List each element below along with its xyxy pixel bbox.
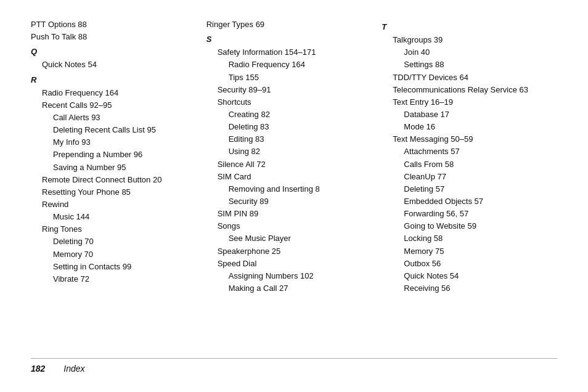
index-entry: Telecommunications Relay Service 63	[382, 84, 546, 96]
index-entry: Radio Frequency 164	[31, 87, 195, 99]
index-entry: Text Entry 16–19	[382, 96, 546, 108]
index-entry: Tips 155	[206, 71, 371, 84]
index-entry: Text Messaging 50–59	[382, 133, 546, 145]
index-entry: Making a Call 27	[206, 282, 371, 295]
index-entry: Deleting 70	[31, 235, 195, 248]
index-entry: Remote Direct Connect Button 20	[31, 174, 195, 186]
index-entry: See Music Player	[206, 232, 371, 245]
index-entry: Push To Talk 88	[31, 31, 195, 43]
index-entry: CleanUp 77	[382, 171, 546, 183]
index-entry: Editing 83	[206, 133, 371, 145]
index-entry: Ringer Types 69	[206, 18, 371, 31]
index-entry: Outbox 56	[382, 258, 546, 270]
index-entry: Security 89	[206, 195, 371, 208]
index-entry: Going to Website 59	[382, 220, 546, 232]
footer-label: Index	[63, 364, 84, 374]
index-entry: Quick Notes 54	[382, 270, 546, 282]
section-letter-t: T	[382, 21, 546, 33]
index-entry: Prepending a Number 96	[31, 149, 195, 161]
index-entry: Recent Calls 92–95	[31, 99, 195, 112]
index-entry: Resetting Your Phone 85	[31, 186, 195, 198]
index-entry: Using 82	[206, 145, 371, 158]
index-entry: Safety Information 154–171	[206, 46, 371, 59]
index-entry: SIM Card	[206, 171, 371, 183]
index-entry: Join 40	[382, 46, 546, 59]
index-entry: My Info 93	[31, 136, 195, 149]
page: PTT Options 88Push To Talk 88QQuick Note…	[0, 0, 588, 392]
col3: TTalkgroups 39Join 40Settings 88TDD/TTY …	[382, 18, 557, 352]
section-letter-s: S	[206, 33, 371, 46]
index-columns: PTT Options 88Push To Talk 88QQuick Note…	[31, 18, 557, 352]
index-entry: Deleting 57	[382, 183, 546, 195]
index-entry: Creating 82	[206, 108, 371, 121]
index-entry: Assigning Numbers 102	[206, 270, 371, 282]
index-entry: Calls From 58	[382, 158, 546, 171]
section-letter-r: R	[31, 74, 195, 86]
index-entry: Attachments 57	[382, 145, 546, 158]
index-entry: Receiving 56	[382, 282, 546, 295]
index-entry: TDD/TTY Devices 64	[382, 71, 546, 84]
index-entry: Memory 70	[31, 248, 195, 261]
index-entry: Security 89–91	[206, 84, 371, 96]
index-entry: Songs	[206, 220, 371, 232]
footer-page-number: 182	[31, 364, 45, 374]
index-entry: Saving a Number 95	[31, 161, 195, 174]
index-entry: Settings 88	[382, 59, 546, 71]
index-entry: Deleting 83	[206, 121, 371, 133]
index-entry: Speakerphone 25	[206, 245, 371, 258]
index-entry: Talkgroups 39	[382, 34, 546, 46]
index-entry: Embedded Objects 57	[382, 195, 546, 208]
index-entry: Removing and Inserting 8	[206, 183, 371, 195]
index-entry: Deleting Recent Calls List 95	[31, 124, 195, 136]
index-entry: Speed Dial	[206, 258, 371, 270]
index-entry: Rewind	[31, 198, 195, 211]
index-entry: Music 144	[31, 211, 195, 223]
index-entry: Shortcuts	[206, 96, 371, 108]
index-entry: Database 17	[382, 108, 546, 121]
index-entry: PTT Options 88	[31, 18, 195, 31]
index-entry: Forwarding 56, 57	[382, 208, 546, 220]
col2: Ringer Types 69SSafety Information 154–1…	[206, 18, 382, 352]
index-entry: Vibrate 72	[31, 273, 195, 285]
index-entry: Quick Notes 54	[31, 59, 195, 71]
index-entry: Ring Tones	[31, 223, 195, 235]
index-entry: Setting in Contacts 99	[31, 261, 195, 273]
index-entry: SIM PIN 89	[206, 208, 371, 220]
index-entry: Radio Frequency 164	[206, 59, 371, 71]
index-entry: Call Alerts 93	[31, 112, 195, 124]
index-entry: Memory 75	[382, 245, 546, 258]
page-footer: 182 Index	[31, 358, 557, 374]
section-letter-q: Q	[31, 46, 195, 58]
index-entry: Mode 16	[382, 121, 546, 133]
index-entry: Silence All 72	[206, 158, 371, 171]
col1: PTT Options 88Push To Talk 88QQuick Note…	[31, 18, 206, 352]
index-entry: Locking 58	[382, 232, 546, 245]
